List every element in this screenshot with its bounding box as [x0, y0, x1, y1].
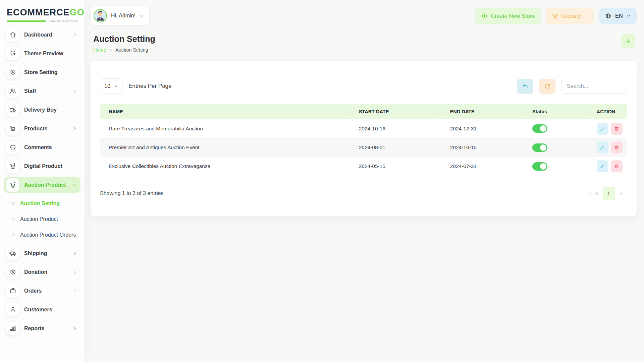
sidebar: ECOMMERCEGO Powered By WORKDO Dashboard …: [0, 0, 85, 362]
sidebar-item-theme-preview[interactable]: Theme Preview: [4, 45, 80, 62]
topbar: Hi, Admin! Create New Store Grocery EN: [91, 0, 637, 30]
bar-chart-icon: [6, 322, 19, 335]
end-date: 2024-12-31: [445, 119, 528, 138]
undo-icon: [522, 83, 529, 89]
next-page-button[interactable]: [615, 187, 627, 200]
dollar-circle-icon: [6, 265, 19, 279]
sidebar-item-dashboard[interactable]: Dashboard: [4, 26, 80, 43]
start-date: 2024-05-15: [354, 157, 445, 176]
trash-icon: [614, 126, 619, 131]
brand-logo[interactable]: ECOMMERCEGO Powered By WORKDO: [4, 5, 80, 23]
edit-button[interactable]: [597, 141, 608, 154]
auction-product-submenu: Auction Setting Auction Product Auction …: [4, 195, 80, 243]
chevron-down-icon: [584, 14, 588, 18]
sidebar-item-comments[interactable]: Comments: [4, 139, 80, 156]
status-toggle[interactable]: [532, 143, 547, 152]
brand-accent: GO: [70, 7, 85, 17]
brand-name: ECOMMERCEGO: [7, 7, 78, 18]
current-page[interactable]: 1: [603, 187, 615, 200]
table-footer: Showing 1 to 3 of 3 entries 1: [100, 187, 627, 200]
sidebar-item-staff[interactable]: Staff: [4, 83, 80, 99]
plus-icon: [625, 38, 632, 45]
undo-button[interactable]: [517, 79, 533, 94]
column-header-start-date[interactable]: START DATE↑↓: [354, 104, 445, 119]
avatar: [94, 9, 107, 22]
chevron-down-icon: [140, 14, 144, 18]
column-header-end-date[interactable]: END DATE↑↓: [445, 104, 528, 119]
entries-per-page-select[interactable]: 10: [100, 78, 122, 94]
greeting-label: Hi, Admin!: [111, 13, 136, 19]
column-header-action: ACTION: [592, 104, 627, 119]
cart-icon: [6, 122, 19, 135]
add-auction-setting-button[interactable]: [621, 34, 635, 48]
entries-summary: Showing 1 to 3 of 3 entries: [100, 190, 163, 196]
search-input[interactable]: [561, 79, 627, 94]
pagination: 1: [590, 187, 627, 200]
sidebar-subitem-auction-product-orders[interactable]: Auction Product Orders: [12, 227, 80, 243]
pencil-icon: [600, 164, 605, 169]
sidebar-item-shipping[interactable]: Shipping: [4, 245, 80, 261]
status-toggle[interactable]: [532, 124, 547, 133]
breadcrumb-home-link[interactable]: Home: [93, 47, 106, 53]
edit-button[interactable]: [597, 160, 608, 172]
main-content: Hi, Admin! Create New Store Grocery EN A…: [85, 0, 644, 362]
previous-page-button[interactable]: [591, 187, 603, 200]
sidebar-item-auction-product[interactable]: Auction Product: [4, 177, 80, 193]
end-date: 2024-10-15: [445, 138, 528, 157]
bullet-icon: [12, 233, 15, 236]
entries-per-page-label: Entries Per Page: [128, 83, 172, 89]
page-title: Auction Setting: [93, 34, 155, 44]
create-new-store-button[interactable]: Create New Store: [475, 8, 541, 24]
chevron-left-icon: [595, 191, 599, 195]
chevron-right-icon: [72, 89, 77, 94]
sidebar-item-store-setting[interactable]: Store Setting: [4, 64, 80, 80]
start-date: 2024-10-16: [354, 119, 445, 138]
shipping-truck-icon: [6, 247, 19, 260]
chevron-right-icon: [72, 270, 77, 275]
delete-button[interactable]: [611, 141, 623, 154]
logo-underline: [7, 20, 46, 22]
edit-button[interactable]: [597, 123, 608, 135]
breadcrumb: Home › Auction Setting: [93, 47, 155, 53]
refresh-button[interactable]: [539, 79, 555, 94]
globe-icon: [605, 13, 611, 19]
table-row: Rare Treasures and Memorabilia Auction 2…: [100, 119, 627, 138]
sort-icon: ↑↓: [348, 110, 351, 114]
pencil-icon: [600, 145, 605, 150]
chevron-down-icon: [72, 183, 77, 187]
breadcrumb-current: Auction Setting: [115, 47, 148, 53]
sidebar-item-reports[interactable]: Reports: [4, 320, 80, 337]
chevron-down-icon: [114, 84, 118, 88]
table-header-row: NAME↑↓ START DATE↑↓ END DATE↑↓ Status↑↓ …: [100, 104, 627, 119]
comment-icon: [6, 141, 19, 154]
sidebar-item-delivery-boy[interactable]: Delivery Boy: [4, 102, 80, 118]
sidebar-item-digital-product[interactable]: Digital Product: [4, 158, 80, 174]
sidebar-item-orders[interactable]: Orders: [4, 283, 80, 299]
table-controls: 10 Entries Per Page: [100, 78, 627, 94]
chevron-right-icon: [72, 126, 77, 131]
status-toggle[interactable]: [532, 162, 547, 171]
page-head: Auction Setting Home › Auction Setting: [91, 30, 637, 53]
sidebar-item-customers[interactable]: Customers: [4, 301, 80, 318]
user-menu[interactable]: Hi, Admin!: [91, 6, 149, 25]
column-header-status[interactable]: Status↑↓: [528, 104, 592, 119]
auction-name: Premier Art and Antiques Auction Event: [100, 138, 354, 157]
start-date: 2024-08-01: [354, 138, 445, 157]
delete-button[interactable]: [611, 123, 623, 135]
pencil-icon: [600, 126, 605, 131]
auction-cart-icon: [6, 178, 19, 192]
column-header-name[interactable]: NAME↑↓: [100, 104, 354, 119]
store-selector-button[interactable]: Grocery: [546, 8, 594, 24]
cart-plus-icon: [6, 160, 19, 173]
table-row: Exclusive Collectibles Auction Extravaga…: [100, 157, 627, 176]
sidebar-item-donation[interactable]: Donation: [4, 264, 80, 280]
delete-button[interactable]: [611, 160, 623, 172]
sidebar-subitem-auction-product[interactable]: Auction Product: [12, 211, 80, 227]
gear-icon: [6, 66, 19, 79]
bullet-icon: [12, 202, 15, 205]
sidebar-item-products[interactable]: Products: [4, 120, 80, 137]
sidebar-subitem-auction-setting[interactable]: Auction Setting: [12, 195, 80, 211]
auction-setting-card: 10 Entries Per Page NAME↑↓ START DATE↑↓: [91, 61, 637, 216]
language-selector-button[interactable]: EN: [599, 8, 637, 24]
store-icon: [552, 13, 558, 19]
